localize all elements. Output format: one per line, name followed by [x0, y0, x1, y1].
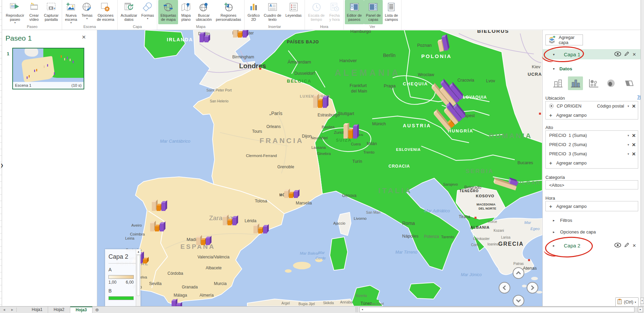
pan-up-button[interactable]: [513, 267, 524, 279]
legend-scroll-thumb[interactable]: [137, 255, 140, 296]
pan-left-button[interactable]: [499, 282, 510, 294]
sheet-nav-right-icon[interactable]: ▸: [8, 307, 16, 313]
chevron-down-icon[interactable]: ▾: [628, 134, 629, 137]
data-bar-purple[interactable]: [243, 31, 247, 38]
legend-scroll-up-icon[interactable]: ▲: [136, 249, 141, 255]
sheet-tab-hoja1[interactable]: Hoja1: [26, 307, 48, 313]
data-bar-tan[interactable]: [223, 217, 227, 225]
scene-thumbnail[interactable]: Escena 1 (10 s): [12, 48, 84, 89]
ribbon-button-new-scene[interactable]: Nueva escena▾: [63, 0, 79, 24]
data-bar-cluster[interactable]: [196, 238, 210, 245]
remove-field-icon[interactable]: ✕: [632, 133, 636, 138]
data-bar-orange[interactable]: [238, 33, 242, 38]
data-bar-cluster[interactable]: [200, 34, 208, 42]
chevron-down-icon[interactable]: ▾: [553, 53, 558, 56]
ribbon-button-tour-editor[interactable]: Editor de paseos: [345, 0, 364, 24]
ubicacion-field-row[interactable]: CP ORIGEN Código postal ▾ ✕: [546, 101, 638, 111]
chevron-right-icon[interactable]: ▸: [553, 244, 558, 247]
ribbon-button-field-list[interactable]: Lista de campos: [383, 0, 400, 24]
data-bar-tan[interactable]: [253, 226, 258, 233]
ribbon-button-flat-map[interactable]: Mapa plano: [178, 0, 194, 24]
data-bar-orange[interactable]: [348, 130, 352, 139]
ribbon-button-custom-regions[interactable]: Regiones personalizadas: [214, 0, 243, 24]
collapse-pane-icon[interactable]: ❯: [0, 163, 3, 168]
hora-box[interactable]: + Agregar campo: [545, 201, 638, 211]
data-bar-purple[interactable]: [294, 192, 298, 198]
stacked-column-icon[interactable]: [550, 76, 565, 90]
categoria-box[interactable]: <Altos>: [545, 180, 638, 189]
data-bar-purple[interactable]: [263, 227, 267, 233]
ribbon-button-map-labels[interactable]: Etiquetas de mapa: [158, 0, 178, 24]
data-bar-purple[interactable]: [204, 37, 208, 42]
tab-scrollbar-splitter[interactable]: [355, 307, 358, 312]
data-bar-purple[interactable]: [353, 126, 357, 139]
ubicacion-field-type[interactable]: Código postal: [597, 103, 624, 109]
layer2-header[interactable]: ▸ Capa 2 ✕: [543, 240, 641, 251]
data-bar-tan[interactable]: [233, 30, 237, 38]
opciones-capa-section[interactable]: ▸ Opciones de capa: [553, 229, 596, 234]
data-bar-orange[interactable]: [155, 226, 159, 231]
scroll-left-icon[interactable]: ◂: [360, 307, 365, 312]
remove-field-icon[interactable]: ✕: [632, 151, 636, 157]
radio-icon[interactable]: [549, 104, 554, 108]
legend-scrollbar[interactable]: ▲: [136, 249, 141, 306]
data-bar-cluster[interactable]: [313, 96, 327, 108]
data-bar-cluster[interactable]: [233, 30, 247, 38]
ribbon-button-shapes[interactable]: Formas▾: [139, 0, 156, 24]
remove-field-icon[interactable]: ✕: [632, 103, 636, 109]
data-bar-tan[interactable]: [313, 96, 317, 108]
data-bar-tan[interactable]: [150, 223, 154, 231]
alto-field-row[interactable]: PRECIO 2 (Suma)▾✕: [546, 140, 638, 149]
clustered-column-icon[interactable]: [568, 76, 583, 90]
delete-layer-icon[interactable]: ✕: [632, 243, 636, 248]
scroll-down-icon[interactable]: ▾: [640, 298, 644, 304]
chevron-down-icon[interactable]: ▾: [553, 67, 555, 71]
pan-down-button[interactable]: [513, 295, 524, 306]
map-canvas[interactable]: DublínIRLANDAManchesterBirminghamLondres…: [97, 30, 542, 306]
ribbon-button-layers-pane[interactable]: Panel de capas: [364, 0, 383, 24]
horizontal-scrollbar[interactable]: ◂: [360, 307, 634, 312]
ribbon-button-chart-2d[interactable]: Gráfico 2D: [246, 0, 262, 24]
data-bar-cluster[interactable]: [343, 125, 357, 139]
filtros-section[interactable]: ▸ Filtros: [553, 218, 572, 223]
ribbon-button-create-video[interactable]: Crear vídeo: [26, 0, 42, 24]
sheet-tab-hoja3[interactable]: Hoja3: [70, 307, 93, 313]
alto-field-row[interactable]: PRECIO 1 (Suma)▾✕: [546, 131, 638, 140]
data-bar-purple[interactable]: [323, 98, 327, 108]
data-bar-cluster[interactable]: [284, 191, 298, 198]
data-bar-orange[interactable]: [258, 229, 262, 233]
datos-section-header[interactable]: ▾ Datos: [553, 66, 572, 71]
data-bar-orange[interactable]: [201, 240, 205, 245]
rename-pencil-icon[interactable]: [624, 51, 629, 57]
ribbon-button-legends[interactable]: Leyendas: [283, 0, 304, 24]
heatmap-icon[interactable]: [603, 76, 618, 90]
data-bar-tan[interactable]: [196, 238, 200, 245]
chevron-down-icon[interactable]: ▾: [628, 152, 629, 156]
layer2-legend[interactable]: Capa 2 A 1,00 6,00 B ▲: [105, 249, 141, 306]
scroll-right-icon[interactable]: ▸: [638, 307, 643, 312]
data-bar-purple[interactable]: [232, 218, 236, 225]
alto-add-field-row[interactable]: +Agregar campo: [546, 158, 638, 168]
chevron-down-icon[interactable]: ▾: [628, 143, 629, 146]
data-bar-purple[interactable]: [200, 34, 204, 42]
ribbon-button-refresh-data[interactable]: Actualizar datos: [119, 0, 139, 24]
visibility-eye-icon[interactable]: [614, 52, 621, 57]
data-bar-orange[interactable]: [289, 194, 293, 198]
add-layer-button[interactable]: Agregar capa: [545, 34, 583, 45]
data-bar-orange[interactable]: [228, 220, 232, 225]
data-bar-cluster[interactable]: [253, 226, 267, 233]
ribbon-button-text-box[interactable]: ACuadro de texto: [262, 0, 283, 24]
sheet-tab-hoja2[interactable]: Hoja2: [48, 307, 70, 313]
data-bar-orange[interactable]: [157, 205, 161, 211]
data-bar-cluster[interactable]: [223, 217, 236, 225]
alto-field-row[interactable]: PRECIO 3 (Suma)▾✕: [546, 149, 638, 158]
data-bar-purple[interactable]: [160, 224, 164, 231]
data-bar-tan[interactable]: [343, 125, 348, 139]
ubicacion-add-field-row[interactable]: + Agregar campo: [546, 111, 638, 120]
data-bar-purple[interactable]: [206, 238, 210, 245]
remove-field-icon[interactable]: ✕: [632, 142, 636, 147]
chevron-down-icon[interactable]: ▾: [628, 104, 629, 108]
data-bar-tan[interactable]: [152, 202, 156, 211]
region-icon[interactable]: [621, 76, 636, 90]
data-bar-cluster[interactable]: [172, 301, 180, 306]
